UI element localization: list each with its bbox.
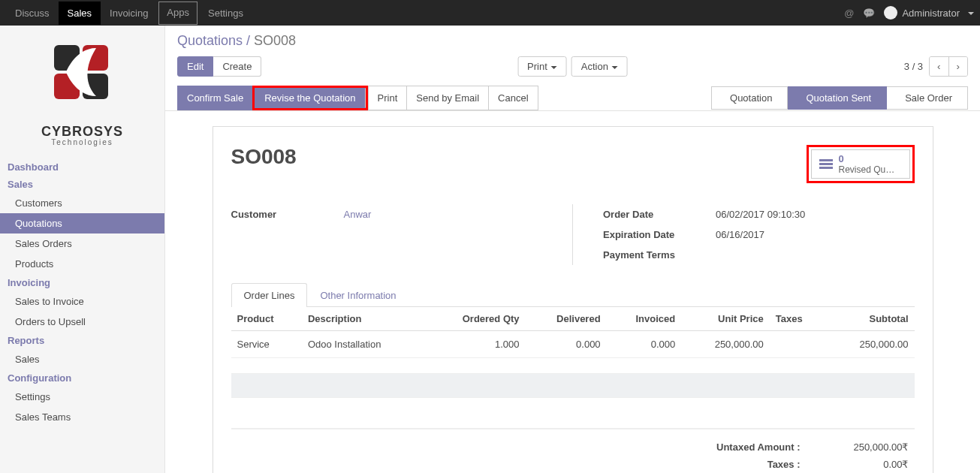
cell-invoiced: 0.000 <box>607 331 682 358</box>
nav-settings[interactable]: Settings <box>199 2 252 25</box>
cell-delivered: 0.000 <box>526 331 607 358</box>
blank-line <box>231 374 915 398</box>
sidebar-item-orders-to-upsell[interactable]: Orders to Upsell <box>0 312 164 332</box>
list-icon <box>819 159 833 169</box>
nav-menu: Discuss Sales Invoicing Apps Settings <box>6 2 252 25</box>
th-product[interactable]: Product <box>231 307 302 331</box>
nav-invoicing[interactable]: Invoicing <box>101 2 157 25</box>
logo-title: CYBROSYS <box>0 124 164 140</box>
sidebar-header-invoicing[interactable]: Invoicing <box>0 274 164 291</box>
th-invoiced[interactable]: Invoiced <box>607 307 682 331</box>
edit-button[interactable]: Edit <box>177 56 213 77</box>
taxes-label: Taxes : <box>767 459 801 470</box>
sidebar-header-dashboard[interactable]: Dashboard <box>0 158 164 176</box>
status-quotation[interactable]: Quotation <box>711 86 788 110</box>
order-date-label: Order Date <box>603 209 716 220</box>
action-dropdown[interactable]: Action <box>571 56 628 77</box>
payment-terms-label: Payment Terms <box>603 249 716 261</box>
highlight-revise: Revise the Quotation <box>252 86 367 110</box>
cell-description: Odoo Installation <box>302 331 426 358</box>
sidebar-item-quotations[interactable]: Quotations <box>0 213 164 233</box>
logo: CYBROSYS Technologies <box>0 26 164 151</box>
at-icon[interactable]: @ <box>844 8 854 19</box>
cell-product: Service <box>231 331 302 358</box>
th-delivered[interactable]: Delivered <box>526 307 607 331</box>
control-panel: Quotations / SO008 Edit Create Print Act… <box>165 26 980 111</box>
pager-text: 3 / 3 <box>904 61 923 72</box>
table-header-row: Product Description Ordered Qty Delivere… <box>231 307 915 331</box>
revised-quotations-stat-button[interactable]: 0 Revised Quo… <box>811 149 910 179</box>
customer-label: Customer <box>231 209 344 220</box>
user-menu[interactable]: Administrator <box>884 6 974 20</box>
highlight-stat-button: 0 Revised Quo… <box>807 145 915 183</box>
order-lines-table: Product Description Ordered Qty Delivere… <box>231 307 915 398</box>
expiration-date-value: 06/16/2017 <box>716 229 764 240</box>
taxes-value: 0.00₹ <box>819 459 909 470</box>
breadcrumb-current: SO008 <box>254 33 296 48</box>
sidebar: CYBROSYS Technologies Dashboard Sales Cu… <box>0 26 165 473</box>
tabs: Order Lines Other Information <box>231 283 915 307</box>
stat-count: 0 <box>839 153 899 164</box>
cell-taxes <box>770 331 826 358</box>
avatar <box>884 6 897 20</box>
customer-value[interactable]: Anwar <box>344 209 372 220</box>
caret-down-icon <box>964 8 974 19</box>
pager-next[interactable]: › <box>949 57 967 76</box>
th-unit-price[interactable]: Unit Price <box>681 307 770 331</box>
breadcrumb-parent[interactable]: Quotations <box>177 33 243 48</box>
nav-discuss[interactable]: Discuss <box>6 2 59 25</box>
record-title: SO008 <box>231 145 297 169</box>
confirm-sale-button[interactable]: Confirm Sale <box>177 86 252 110</box>
stat-label: Revised Quo… <box>839 164 899 175</box>
sidebar-item-sales-to-invoice[interactable]: Sales to Invoice <box>0 291 164 312</box>
nav-sales[interactable]: Sales <box>59 2 101 25</box>
cell-qty: 1.000 <box>425 331 525 358</box>
order-date-value: 06/02/2017 09:10:30 <box>716 209 805 220</box>
sidebar-item-settings[interactable]: Settings <box>0 387 164 407</box>
logo-subtitle: Technologies <box>0 138 164 146</box>
sidebar-item-products[interactable]: Products <box>0 254 164 274</box>
create-button[interactable]: Create <box>213 56 261 77</box>
sidebar-item-customers[interactable]: Customers <box>0 193 164 213</box>
sidebar-item-report-sales[interactable]: Sales <box>0 349 164 369</box>
th-description[interactable]: Description <box>302 307 426 331</box>
sidebar-header-reports[interactable]: Reports <box>0 332 164 349</box>
status-sale-order[interactable]: Sale Order <box>887 86 968 110</box>
sidebar-header-configuration[interactable]: Configuration <box>0 369 164 387</box>
th-ordered-qty[interactable]: Ordered Qty <box>425 307 525 331</box>
chat-icon[interactable]: 💬 <box>863 8 875 19</box>
untaxed-amount-label: Untaxed Amount : <box>716 441 800 453</box>
top-navbar: Discuss Sales Invoicing Apps Settings @ … <box>0 0 980 26</box>
th-subtotal[interactable]: Subtotal <box>826 307 915 331</box>
expiration-date-label: Expiration Date <box>603 229 716 240</box>
totals: Untaxed Amount : 250,000.00₹ Taxes : 0.0… <box>231 428 915 473</box>
cell-subtotal: 250,000.00 <box>826 331 915 358</box>
status-bar: Quotation Quotation Sent Sale Order <box>711 86 968 110</box>
tab-order-lines[interactable]: Order Lines <box>231 283 308 307</box>
cell-unit-price: 250,000.00 <box>681 331 770 358</box>
user-name: Administrator <box>902 8 960 19</box>
status-quotation-sent[interactable]: Quotation Sent <box>788 86 887 110</box>
breadcrumb: Quotations / SO008 <box>177 33 968 49</box>
revise-quotation-button[interactable]: Revise the Quotation <box>255 88 365 108</box>
tab-other-information[interactable]: Other Information <box>307 283 409 307</box>
form-sheet: SO008 0 Revised Quo… <box>213 126 933 473</box>
sidebar-header-sales[interactable]: Sales <box>0 176 164 193</box>
table-row[interactable]: Service Odoo Installation 1.000 0.000 0.… <box>231 331 915 358</box>
sidebar-item-sales-orders[interactable]: Sales Orders <box>0 233 164 254</box>
untaxed-amount-value: 250,000.00₹ <box>819 441 909 453</box>
nav-apps[interactable]: Apps <box>158 2 198 25</box>
cancel-button[interactable]: Cancel <box>488 86 538 110</box>
send-by-email-button[interactable]: Send by Email <box>406 86 488 110</box>
print-button[interactable]: Print <box>368 86 407 110</box>
print-dropdown[interactable]: Print <box>517 56 567 77</box>
sidebar-item-sales-teams[interactable]: Sales Teams <box>0 407 164 427</box>
pager-prev[interactable]: ‹ <box>930 57 948 76</box>
th-taxes[interactable]: Taxes <box>770 307 826 331</box>
